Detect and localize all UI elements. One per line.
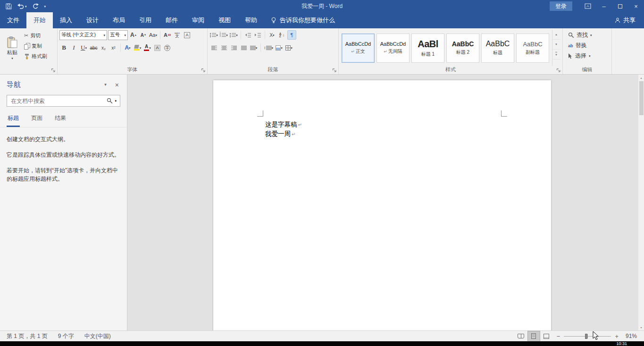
- justify-button[interactable]: [239, 43, 248, 52]
- tab-references[interactable]: 引用: [132, 12, 159, 28]
- subscript-button[interactable]: x₂: [99, 43, 108, 52]
- read-mode-button[interactable]: [515, 331, 527, 342]
- zoom-out-button[interactable]: −: [553, 333, 564, 340]
- bold-button[interactable]: B: [59, 43, 68, 52]
- styles-more-button[interactable]: ▾: [552, 50, 560, 59]
- vertical-scrollbar[interactable]: ▴ ▾: [638, 75, 644, 330]
- character-shading-button[interactable]: A: [153, 43, 162, 52]
- style-heading-2[interactable]: AaBbC 标题 2: [446, 34, 479, 63]
- language-status[interactable]: 中文(中国): [79, 332, 116, 340]
- bullets-button[interactable]: ▾: [209, 30, 218, 40]
- tab-file[interactable]: 文件: [0, 12, 26, 28]
- tab-view[interactable]: 视图: [211, 12, 238, 28]
- borders-button[interactable]: ▾: [284, 43, 293, 52]
- tab-mailings[interactable]: 邮件: [159, 12, 185, 28]
- numbering-button[interactable]: ▾: [219, 30, 228, 40]
- page-number-status[interactable]: 第 1 页，共 1 页: [0, 332, 53, 340]
- tab-design[interactable]: 设计: [79, 12, 106, 28]
- sort-button[interactable]: AZ↓: [277, 30, 286, 40]
- shrink-font-button[interactable]: A▾: [139, 30, 148, 40]
- paragraph-dialog-launcher[interactable]: [332, 68, 337, 73]
- tab-help[interactable]: 帮助: [238, 12, 264, 28]
- style-normal[interactable]: AaBbCcDd ↵正文: [342, 34, 375, 63]
- search-dropdown-icon[interactable]: ▾: [115, 99, 117, 102]
- style-subtitle[interactable]: AaBbC 副标题: [516, 34, 549, 63]
- minimize-button[interactable]: –: [596, 0, 612, 12]
- tab-insert[interactable]: 插入: [53, 12, 79, 28]
- distribute-button[interactable]: ▾: [249, 43, 258, 52]
- paste-dropdown-icon[interactable]: ▾: [11, 57, 13, 60]
- search-input[interactable]: [7, 98, 103, 104]
- style-title[interactable]: AaBbC 标题: [481, 34, 514, 63]
- strikethrough-button[interactable]: abc: [89, 43, 98, 52]
- select-button[interactable]: 选择 ▾: [567, 51, 594, 60]
- share-button[interactable]: 共享: [606, 12, 644, 28]
- tab-home[interactable]: 开始: [26, 12, 53, 28]
- undo-dropdown-icon[interactable]: ▾: [25, 5, 27, 8]
- web-layout-button[interactable]: [540, 331, 553, 342]
- nav-tab-pages[interactable]: 页面: [30, 112, 43, 127]
- align-center-button[interactable]: [219, 43, 228, 52]
- styles-scroll-down-button[interactable]: ▾: [552, 40, 560, 50]
- redo-button[interactable]: [33, 0, 39, 12]
- clipboard-dialog-launcher[interactable]: [51, 68, 56, 73]
- text-highlight-color-button[interactable]: ▾: [133, 43, 142, 52]
- close-button[interactable]: ×: [628, 0, 644, 12]
- scroll-up-icon[interactable]: ▴: [638, 75, 644, 81]
- paste-button[interactable]: 粘贴 ▾: [2, 30, 23, 66]
- zoom-level[interactable]: 91%: [622, 333, 644, 339]
- nav-tab-results[interactable]: 结果: [54, 112, 67, 127]
- sign-in-button[interactable]: 登录: [550, 1, 572, 11]
- styles-dialog-launcher[interactable]: [556, 68, 561, 73]
- italic-button[interactable]: I: [69, 43, 78, 52]
- clear-formatting-button[interactable]: A: [163, 30, 172, 40]
- document-page[interactable]: 这是字幕稿↵ 我爱一周↵: [213, 80, 551, 330]
- find-button[interactable]: 查找 ▾: [567, 31, 594, 40]
- replace-button[interactable]: ab 替换: [567, 41, 594, 50]
- shading-button[interactable]: ▾: [275, 43, 284, 52]
- increase-indent-button[interactable]: [253, 30, 262, 40]
- style-no-spacing[interactable]: AaBbCcDd ↵无间隔: [376, 34, 410, 63]
- navigation-options-dropdown-icon[interactable]: ▾: [100, 83, 111, 87]
- text-effects-button[interactable]: A▾: [123, 43, 132, 52]
- zoom-in-button[interactable]: +: [611, 333, 622, 340]
- grow-font-button[interactable]: A▴: [129, 30, 138, 40]
- styles-scroll-up-button[interactable]: ▴: [552, 30, 560, 40]
- font-dialog-launcher[interactable]: [201, 68, 206, 73]
- ribbon-display-options-button[interactable]: [580, 0, 596, 12]
- decrease-indent-button[interactable]: [243, 30, 252, 40]
- copy-button[interactable]: 复制: [23, 42, 49, 51]
- scrollbar-thumb[interactable]: [639, 81, 644, 115]
- zoom-slider-thumb[interactable]: [585, 334, 587, 339]
- tab-layout[interactable]: 布局: [106, 12, 132, 28]
- nav-tab-headings[interactable]: 标题: [7, 112, 20, 127]
- align-left-button[interactable]: [209, 43, 218, 52]
- character-border-button[interactable]: A: [183, 30, 192, 40]
- underline-button[interactable]: U▾: [79, 43, 88, 52]
- scroll-down-icon[interactable]: ▾: [638, 324, 644, 330]
- document-text[interactable]: 这是字幕稿↵ 我爱一周↵: [265, 120, 302, 139]
- search-button[interactable]: ▾: [103, 95, 120, 106]
- print-layout-button[interactable]: [527, 331, 540, 342]
- cut-button[interactable]: ✂ 剪切: [23, 31, 49, 40]
- word-count-status[interactable]: 9 个字: [53, 332, 79, 340]
- enclose-characters-button[interactable]: 字: [163, 43, 172, 52]
- zoom-slider[interactable]: [564, 331, 611, 342]
- multilevel-list-button[interactable]: ▾: [229, 30, 238, 40]
- tell-me-box[interactable]: 告诉我你想要做什么: [264, 12, 342, 28]
- undo-button[interactable]: ▾: [17, 0, 27, 12]
- tab-review[interactable]: 审阅: [185, 12, 211, 28]
- navigation-close-icon[interactable]: ×: [111, 81, 123, 89]
- line-spacing-button[interactable]: ↕▾: [263, 43, 274, 52]
- superscript-button[interactable]: x²: [109, 43, 118, 52]
- font-size-combobox[interactable]: 五号 ▾: [108, 30, 128, 40]
- phonetic-guide-button[interactable]: wén 文: [173, 30, 182, 40]
- format-painter-button[interactable]: 格式刷: [23, 52, 49, 61]
- align-right-button[interactable]: [229, 43, 238, 52]
- asian-layout-button[interactable]: X▾: [268, 30, 276, 40]
- maximize-button[interactable]: [612, 0, 628, 12]
- font-color-button[interactable]: A ▾: [143, 43, 152, 52]
- style-heading-1[interactable]: AaBl 标题 1: [411, 34, 444, 63]
- change-case-button[interactable]: Aa▾: [149, 30, 158, 40]
- show-hide-marks-button[interactable]: ¶: [287, 30, 296, 40]
